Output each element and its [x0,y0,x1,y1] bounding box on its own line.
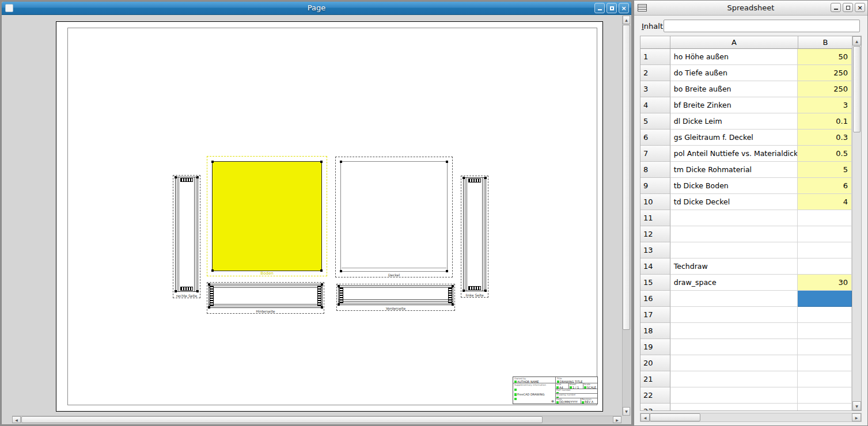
spreadsheet-titlebar[interactable]: Spreadsheet × [634,1,867,16]
cell-b[interactable]: 0.1 [798,113,852,130]
cell-a[interactable] [670,210,798,226]
vertex-dot[interactable] [211,161,214,163]
scroll-up-button[interactable]: ▲ [852,36,861,45]
drawing-sheet[interactable]: Boden Deckel [56,21,603,412]
cell-b[interactable]: 0.3 [798,130,852,146]
vertex-dot[interactable] [484,290,487,292]
column-header-a[interactable]: A [670,36,798,49]
row-header[interactable]: 22 [640,387,670,404]
row-header[interactable]: 5 [640,113,670,130]
row-header[interactable]: 19 [640,339,670,355]
vertex-dot[interactable] [340,161,342,163]
view-linke-seite[interactable]: linke Seite [461,176,488,298]
vertex-dot[interactable] [321,306,323,309]
cell-b[interactable] [798,258,852,275]
page-vertical-scrollbar[interactable]: ▲ ▼ [622,16,631,416]
cell-b[interactable]: 4 [798,194,852,210]
view-vorderseite-face[interactable] [338,286,453,305]
corner-header-cell[interactable] [640,36,670,49]
row-header[interactable]: 16 [640,291,670,307]
cell-a[interactable]: do Tiefe außen [670,65,798,81]
cell-a[interactable] [670,355,798,371]
vertex-dot[interactable] [338,303,340,306]
cell-a[interactable] [670,226,798,242]
row-header[interactable]: 21 [640,371,670,387]
scroll-right-button[interactable]: ▶ [613,416,621,423]
row-header[interactable]: 17 [640,307,670,323]
title-block-sheet-cell[interactable]: Sheet 1 / 1 [569,383,583,389]
cell-b[interactable] [798,291,852,307]
view-vorderseite[interactable]: Vorderseite [336,284,455,311]
vertex-dot[interactable] [452,303,454,306]
grid-horizontal-scrollbar[interactable]: ◀ ▶ [640,413,862,422]
cell-a[interactable]: tb Dicke Boden [670,178,798,194]
vertex-dot[interactable] [208,283,210,286]
cell-a[interactable]: pol Anteil Nuttiefe vs. Materialdicke [670,146,798,162]
close-button[interactable]: × [855,3,865,12]
title-block-date-cell[interactable]: Date DD/MM/YYYY [556,398,581,404]
view-hinterseite-face[interactable] [209,284,323,308]
cell-b[interactable] [798,404,852,410]
row-header[interactable]: 7 [640,146,670,162]
row-header[interactable]: 14 [640,258,670,275]
title-block-revision-cell[interactable]: Revision REV A [581,398,597,404]
cell-b[interactable] [798,339,852,355]
view-rechte-seite-face[interactable] [175,177,198,292]
cell-a[interactable]: dl Dicke Leim [670,113,798,130]
cell-a[interactable] [670,291,798,307]
cell-b[interactable] [798,242,852,258]
vertex-dot[interactable] [175,290,177,292]
cell-a[interactable] [670,323,798,339]
title-block-drawing-number-cell[interactable]: Drawing number [556,394,597,398]
cell-a[interactable] [670,387,798,404]
vertex-dot[interactable] [452,285,454,287]
view-deckel-face[interactable] [340,161,448,272]
row-header[interactable]: 13 [640,242,670,258]
row-header[interactable]: 1 [640,49,670,65]
cell-a[interactable]: tm Dicke Rohmaterial [670,162,798,178]
vertex-dot[interactable] [463,177,465,179]
row-header[interactable]: 20 [640,355,670,371]
vertex-dot[interactable] [175,176,177,178]
page-titlebar[interactable]: Page × [2,2,631,15]
cell-b[interactable] [798,371,852,387]
row-header[interactable]: 10 [640,194,670,210]
row-header[interactable]: 11 [640,210,670,226]
title-block-owner-cell[interactable]: Owned by AUTHOR NAME [513,377,556,383]
cell-a[interactable] [670,371,798,387]
row-header[interactable]: 9 [640,178,670,194]
view-deckel[interactable]: Deckel [335,157,453,277]
vertex-dot[interactable] [446,270,448,272]
cell-b[interactable] [798,210,852,226]
cell-content-input[interactable] [664,20,860,32]
row-header[interactable]: 18 [640,323,670,339]
cell-a[interactable] [670,339,798,355]
row-header[interactable]: 12 [640,226,670,242]
vertex-dot[interactable] [321,283,323,286]
vertex-dot[interactable] [320,161,323,163]
vertical-scroll-thumb[interactable] [623,25,630,330]
scroll-up-button[interactable]: ▲ [623,16,630,24]
title-block-size-cell[interactable]: Size A4 [556,383,569,389]
row-header[interactable]: 6 [640,130,670,146]
cell-a[interactable]: Techdraw [670,258,798,275]
cell-a[interactable]: bf Breite Zinken [670,97,798,113]
scroll-left-button[interactable]: ◀ [12,416,21,423]
row-header[interactable]: 4 [640,97,670,113]
row-header[interactable]: 23 [640,404,670,410]
scroll-left-button[interactable]: ◀ [640,413,650,421]
vertical-scroll-thumb[interactable] [853,46,861,132]
cell-b[interactable] [798,323,852,339]
title-block-title-cell[interactable]: Title DRAWING TITLE [556,377,597,383]
vertex-dot[interactable] [484,177,487,179]
vertex-dot[interactable] [196,176,199,178]
title-block-part-number-cell[interactable]: Part number [556,389,597,394]
grid-vertical-scrollbar[interactable]: ▲ ▼ [852,36,861,410]
close-button[interactable]: × [619,3,629,13]
vertex-dot[interactable] [196,290,199,292]
cell-a[interactable] [670,242,798,258]
cell-a[interactable] [670,307,798,323]
cell-b[interactable] [798,226,852,242]
title-block-supplementary-cell[interactable]: Supplementary information FreeCAD DRAWIN… [513,383,556,404]
cell-b[interactable]: 6 [798,178,852,194]
